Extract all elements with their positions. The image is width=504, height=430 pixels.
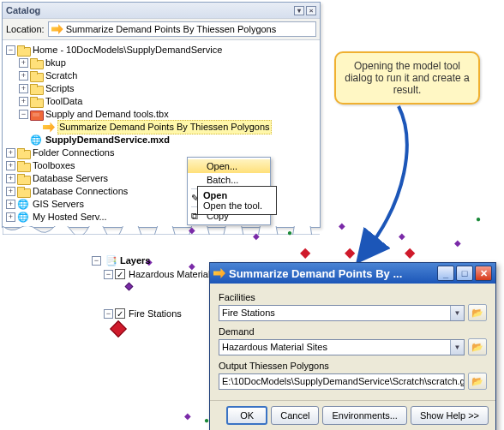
location-value: Summarize Demand Points By Thiessen Poly…: [66, 24, 277, 34]
expand-toggle[interactable]: +: [19, 71, 28, 81]
catalog-title: Catalog: [6, 5, 40, 15]
close-button[interactable]: ✕: [475, 266, 492, 281]
layers-title: Layers: [120, 255, 150, 266]
expand-toggle[interactable]: +: [19, 84, 28, 93]
expand-toggle[interactable]: +: [19, 58, 28, 68]
tooltip-body: Open the tool.: [203, 200, 271, 211]
pin-icon[interactable]: ▾: [294, 6, 304, 15]
tool-dialog: Summarize Demand Points By ... _ □ ✕ Fac…: [209, 262, 496, 430]
facilities-combo[interactable]: Fire Stations▼: [219, 305, 465, 321]
tree-folder[interactable]: Scripts: [45, 82, 75, 95]
browse-button[interactable]: 📂: [468, 373, 487, 390]
collapse-toggle[interactable]: −: [104, 270, 113, 279]
tree-folder[interactable]: bkup: [45, 57, 66, 69]
collapse-toggle[interactable]: −: [6, 45, 15, 55]
folder-open-icon: 📂: [471, 342, 483, 353]
layer-checkbox[interactable]: ✓: [115, 269, 125, 279]
layer-checkbox[interactable]: ✓: [115, 308, 125, 319]
folder-icon: [17, 174, 30, 184]
layer-item[interactable]: Fire Stations: [129, 308, 182, 319]
folder-icon: [30, 58, 43, 69]
tree-folder[interactable]: ToolData: [45, 95, 82, 108]
tooltip: Open Open the tool.: [197, 186, 277, 215]
facilities-label: Facilities: [219, 292, 487, 302]
layers-icon: 📑: [105, 255, 117, 266]
show-help-button[interactable]: Show Help >>: [411, 406, 489, 425]
tool-icon: [51, 24, 63, 34]
tree-connection[interactable]: Toolboxes: [33, 159, 75, 172]
torn-edge-decoration: [3, 226, 320, 235]
tree-mxd[interactable]: SupplyDemandService.mxd: [45, 134, 170, 146]
layer-symbol-diamond: [125, 283, 134, 291]
layer-symbol-diamond: [110, 320, 127, 337]
tree-root[interactable]: Home - 10DocModels\SupplyDemandService: [33, 44, 222, 57]
expand-toggle[interactable]: +: [6, 161, 15, 170]
tree-connection[interactable]: My Hosted Serv...: [33, 211, 107, 224]
expand-toggle[interactable]: +: [6, 187, 15, 196]
catalog-titlebar: Catalog ▾ ×: [3, 3, 320, 18]
expand-toggle[interactable]: +: [6, 148, 15, 158]
dialog-titlebar[interactable]: Summarize Demand Points By ... _ □ ✕: [210, 263, 495, 284]
demand-label: Demand: [219, 326, 487, 337]
callout-text: Opening the model tool dialog to run it …: [345, 60, 469, 96]
dialog-button-bar: OK Cancel Environments... Show Help >>: [210, 400, 495, 430]
callout-annotation: Opening the model tool dialog to run it …: [334, 51, 480, 105]
ok-button[interactable]: OK: [226, 406, 267, 425]
folder-icon: [17, 161, 30, 171]
environments-button[interactable]: Environments...: [322, 406, 406, 425]
tree-connection[interactable]: Database Connections: [33, 185, 128, 198]
expand-toggle[interactable]: +: [19, 97, 28, 106]
collapse-toggle[interactable]: −: [92, 256, 101, 266]
mxd-icon: [30, 135, 43, 146]
folder-icon: [30, 97, 43, 107]
minimize-button[interactable]: _: [437, 266, 454, 281]
tool-icon: [213, 268, 225, 278]
tree-connection[interactable]: GIS Servers: [33, 198, 84, 211]
collapse-toggle[interactable]: −: [104, 309, 113, 319]
tree-folder[interactable]: Scratch: [45, 69, 77, 82]
toolbox-icon: [30, 110, 43, 120]
folder-icon: [17, 45, 30, 56]
expand-toggle[interactable]: +: [6, 200, 15, 209]
dialog-title: Summarize Demand Points By ...: [229, 267, 402, 280]
output-path-input[interactable]: E:\10DocModels\SupplyDemandService\Scrat…: [219, 373, 465, 390]
folder-icon: [30, 84, 43, 94]
cancel-button[interactable]: Cancel: [271, 406, 319, 425]
output-label: Output Thiessen Polygons: [219, 361, 487, 371]
tree-toolbox[interactable]: Supply and Demand tools.tbx: [45, 108, 169, 121]
tree-connection[interactable]: Folder Connections: [33, 146, 114, 159]
maximize-button[interactable]: □: [456, 266, 473, 281]
location-input[interactable]: Summarize Demand Points By Thiessen Poly…: [48, 21, 316, 37]
folder-icon: [17, 148, 30, 158]
location-bar: Location: Summarize Demand Points By Thi…: [3, 18, 320, 40]
tree-connection[interactable]: Database Servers: [33, 172, 108, 185]
chevron-down-icon[interactable]: ▼: [450, 306, 464, 320]
folder-open-icon: 📂: [471, 308, 483, 319]
folder-icon: [17, 187, 30, 197]
browse-button[interactable]: 📂: [468, 338, 487, 355]
dialog-body: Facilities Fire Stations▼ 📂 Demand Hazar…: [210, 284, 495, 400]
folder-open-icon: 📂: [471, 376, 483, 387]
expand-toggle[interactable]: +: [6, 212, 15, 222]
tooltip-title: Open: [203, 190, 271, 200]
close-icon[interactable]: ×: [306, 6, 316, 15]
ctx-open[interactable]: Open...: [188, 159, 270, 173]
browse-button[interactable]: 📂: [468, 304, 487, 321]
model-tool-icon: [43, 122, 55, 133]
collapse-toggle[interactable]: −: [19, 110, 28, 119]
globe-icon: [17, 212, 30, 223]
tree-tool-selected[interactable]: Summarize Demand Points By Thiessen Poly…: [57, 120, 272, 134]
folder-icon: [30, 71, 43, 81]
chevron-down-icon[interactable]: ▼: [450, 340, 464, 355]
ctx-batch[interactable]: Batch...: [188, 173, 270, 187]
globe-icon: [17, 200, 30, 210]
demand-combo[interactable]: Hazardous Material Sites▼: [219, 339, 465, 355]
location-label: Location:: [6, 24, 45, 34]
expand-toggle[interactable]: +: [6, 174, 15, 183]
